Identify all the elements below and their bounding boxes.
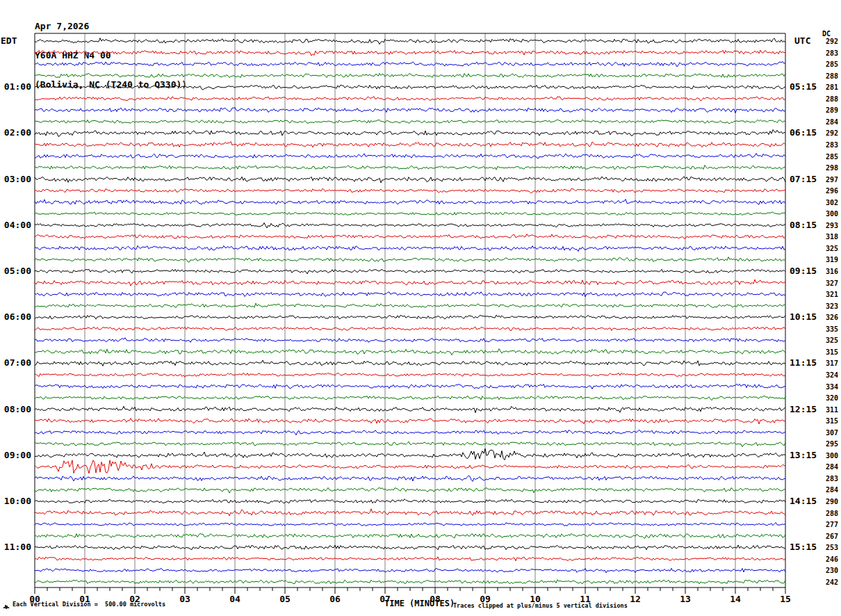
seismic-trace-row-29 (35, 360, 785, 366)
dc-offset-value: 300 (820, 210, 838, 218)
seismic-trace-row-36 (35, 441, 785, 447)
dc-offset-value: 300 (820, 452, 838, 460)
time-axis-ticks (35, 587, 785, 594)
seismic-trace-row-19 (35, 245, 785, 251)
dc-offset-value: 283 (820, 49, 838, 57)
seismic-trace-row-45 (35, 545, 785, 550)
edt-time-label: 07:00 (1, 357, 31, 368)
dc-offset-value: 267 (820, 533, 838, 540)
minute-label: 03 (170, 594, 199, 604)
dc-offset-value: 323 (820, 302, 838, 310)
seismic-trace-row-42 (35, 509, 785, 516)
seismic-trace-row-12 (35, 165, 785, 170)
edt-time-label: 03:00 (1, 174, 31, 184)
seismic-trace-row-43 (35, 523, 785, 526)
helicorder-page: Apr 7,2026 Y60A HHZ N4 00 (Bolivia, NC (… (0, 0, 841, 616)
dc-offset-value: 281 (820, 83, 838, 91)
dc-offset-value: 324 (820, 371, 838, 379)
utc-time-label: 14:15 (790, 496, 820, 506)
dc-offset-value: 288 (820, 95, 838, 103)
edt-time-label: 11:00 (1, 542, 31, 552)
minute-label: 04 (220, 594, 250, 604)
seismic-trace-row-46 (35, 557, 785, 561)
edt-time-label: 04:00 (1, 220, 31, 230)
edt-time-label: 09:00 (1, 450, 31, 460)
utc-time-label: 05:15 (790, 81, 820, 92)
seismic-trace-row-38 (35, 460, 785, 473)
dc-offset-value: 288 (820, 510, 838, 517)
seismic-trace-row-7 (35, 108, 785, 113)
seismic-trace-row-35 (35, 430, 785, 435)
dc-offset-value: 285 (820, 153, 838, 161)
utc-time-label: 12:15 (790, 404, 820, 414)
dc-offset-value: 317 (820, 359, 838, 367)
seismic-trace-row-2 (35, 50, 785, 56)
dc-offset-value: 296 (820, 187, 838, 195)
dc-offset-value: 253 (820, 544, 838, 551)
dc-offset-value: 325 (820, 337, 838, 344)
dc-offset-value: 283 (820, 475, 838, 483)
helicorder-plot (0, 0, 841, 616)
seismic-trace-row-18 (35, 234, 785, 239)
seismic-trace-row-40 (35, 487, 785, 493)
utc-time-label: 10:15 (790, 311, 820, 322)
dc-offset-value: 321 (820, 291, 838, 298)
edt-time-label: 01:00 (1, 81, 31, 92)
dc-offset-value: 242 (820, 578, 838, 586)
seismic-trace-row-33 (35, 406, 785, 412)
minute-label: 14 (721, 594, 750, 604)
minute-grid-lines (85, 33, 735, 587)
utc-time-label: 13:15 (790, 450, 820, 460)
seismic-trace-row-14 (35, 188, 785, 193)
minute-label: 06 (320, 594, 350, 604)
seismic-trace-row-37 (35, 448, 785, 460)
dc-offset-value: 298 (820, 164, 838, 172)
utc-time-label: 09:15 (790, 266, 820, 276)
seismic-trace-row-32 (35, 396, 785, 400)
dc-offset-value: 284 (820, 118, 838, 126)
seismic-trace-row-30 (35, 373, 785, 377)
seismic-trace-row-48 (35, 580, 785, 584)
seismic-trace-row-11 (35, 154, 785, 159)
dc-offset-value: 316 (820, 268, 838, 275)
seismic-trace-row-27 (35, 338, 785, 343)
seismic-trace-row-26 (35, 327, 785, 330)
utc-time-label: 07:15 (790, 174, 820, 184)
dc-offset-value: 285 (820, 60, 838, 68)
seismic-trace-row-16 (35, 212, 785, 216)
seismic-trace-row-44 (35, 533, 785, 538)
seismic-trace-row-20 (35, 257, 785, 263)
seismic-trace-row-22 (35, 279, 785, 286)
dc-offset-value: 327 (820, 279, 838, 287)
dc-offset-value: 288 (820, 72, 838, 80)
dc-offset-value: 290 (820, 498, 838, 505)
seismic-trace-row-3 (35, 61, 785, 67)
dc-offset-value: 230 (820, 567, 838, 574)
dc-offset-value: 315 (820, 348, 838, 356)
edt-time-label: 08:00 (1, 404, 31, 414)
utc-time-label: 11:15 (790, 357, 820, 368)
dc-offset-value: 325 (820, 245, 838, 252)
dc-offset-value: 302 (820, 199, 838, 206)
utc-time-label: 15:15 (790, 542, 820, 552)
edt-time-label: 02:00 (1, 127, 31, 138)
seismic-trace-row-41 (35, 499, 785, 503)
seismic-trace-row-39 (35, 476, 785, 481)
scale-marker-icon (3, 603, 11, 610)
seismic-trace-row-24 (35, 303, 785, 308)
seismic-trace-row-5 (35, 85, 785, 90)
seismic-trace-row-25 (35, 315, 785, 319)
clip-note: Traces clipped at plus/minus 5 vertical … (453, 602, 628, 609)
dc-offset-value: 335 (820, 325, 838, 333)
dc-offset-value: 277 (820, 521, 838, 528)
seismic-trace-row-15 (35, 200, 785, 205)
edt-time-label: 10:00 (1, 496, 31, 506)
dc-offset-value: 292 (820, 129, 838, 137)
seismic-trace-row-9 (35, 130, 785, 137)
plot-frame (35, 33, 785, 587)
dc-offset-value: 307 (820, 429, 838, 437)
seismic-trace-row-13 (35, 177, 785, 183)
seismic-trace-row-21 (35, 269, 785, 274)
seismic-trace-row-6 (35, 97, 785, 101)
dc-offset-value: 246 (820, 556, 838, 563)
